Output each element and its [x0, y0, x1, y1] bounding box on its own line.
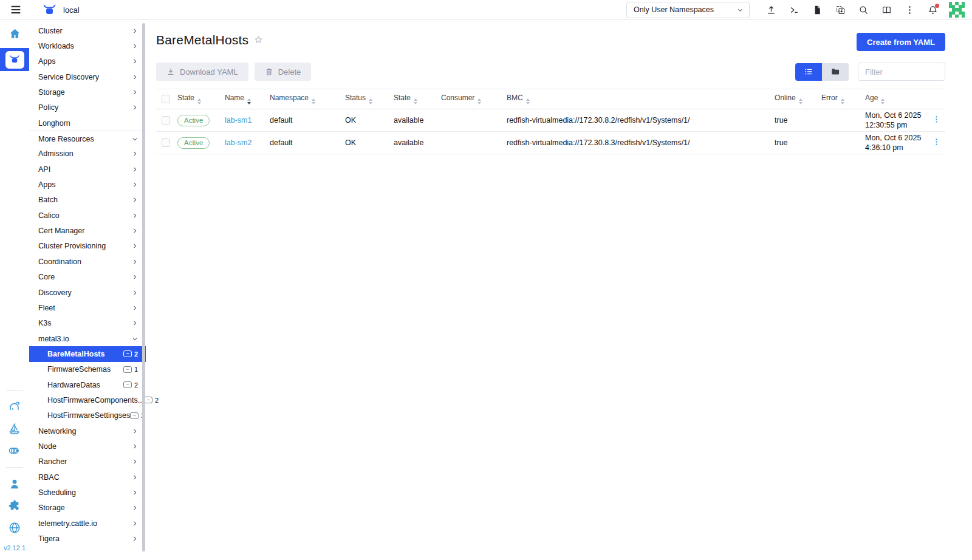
- row-checkbox[interactable]: [162, 116, 170, 125]
- sidebar-item-longhorn[interactable]: Longhorn: [29, 115, 146, 131]
- sort-carets-icon: [369, 98, 372, 104]
- sidebar-item-firmwareschemas[interactable]: FirmwareSchemas−1: [29, 362, 146, 377]
- age-cell: Mon, Oct 6 202512:30:55 pm: [862, 109, 928, 132]
- chevron-right-icon: [132, 213, 138, 219]
- download-yaml-button[interactable]: Download YAML: [156, 63, 248, 81]
- sidebar-item-coordination[interactable]: Coordination: [29, 254, 146, 269]
- sidebar-item-fleet[interactable]: Fleet: [29, 300, 146, 315]
- sidebar-item-more-resources[interactable]: More Resources: [29, 131, 146, 146]
- sidebar-item-storage[interactable]: Storage: [29, 84, 146, 100]
- sidebar-item-workloads[interactable]: Workloads: [29, 38, 146, 53]
- column-header-consumer[interactable]: Consumer: [438, 89, 504, 109]
- sidebar-item-hardwaredatas[interactable]: HardwareDatas−2: [29, 377, 146, 392]
- sidebar-item-service-discovery[interactable]: Service Discovery: [29, 69, 146, 84]
- filter-input[interactable]: [858, 63, 945, 81]
- sidebar-item-label: Cert Manager: [38, 227, 84, 235]
- column-header-name[interactable]: Name: [222, 89, 267, 109]
- resource-count-badge: −2: [123, 381, 138, 389]
- column-header-bmc[interactable]: BMC: [504, 89, 772, 109]
- sidebar-item-discovery[interactable]: Discovery: [29, 285, 146, 300]
- sidebar-item-apps[interactable]: Apps: [29, 54, 146, 69]
- sailboat-app-icon[interactable]: [8, 422, 21, 435]
- count-icon: −: [130, 412, 139, 419]
- sidebar-item-hostfirmwaresettingses[interactable]: HostFirmwareSettingses−2: [29, 408, 146, 423]
- column-header-state[interactable]: State: [391, 89, 438, 109]
- sidebar-item-rbac[interactable]: RBAC: [29, 470, 146, 485]
- hamburger-menu-icon[interactable]: [9, 3, 22, 16]
- sidebar-item-k3s[interactable]: K3s: [29, 316, 146, 331]
- namespace-filter-select[interactable]: Only User Namespaces: [626, 2, 750, 18]
- home-icon[interactable]: [9, 27, 21, 40]
- state-badge: Active: [177, 115, 210, 126]
- sidebar-item-label: Admission: [38, 149, 74, 158]
- chevron-right-icon: [132, 274, 138, 280]
- user-avatar[interactable]: [949, 2, 965, 18]
- create-from-yaml-button[interactable]: Create from YAML: [857, 33, 945, 51]
- sidebar-item-core[interactable]: Core: [29, 270, 146, 285]
- row-actions-kebab-icon[interactable]: [931, 137, 942, 146]
- notifications-bell-icon[interactable]: [921, 2, 944, 18]
- sidebar-item-baremetalhosts[interactable]: BareMetalHosts−2: [29, 346, 146, 361]
- list-icon: [804, 67, 813, 77]
- globe-icon[interactable]: [8, 521, 21, 534]
- sidebar-item-label: Apps: [38, 57, 56, 66]
- sidebar-item-metal3-io[interactable]: metal3.io: [29, 331, 146, 346]
- delete-button[interactable]: Delete: [255, 63, 312, 81]
- kebab-menu-icon[interactable]: [898, 2, 921, 18]
- coil-app-icon[interactable]: [8, 444, 21, 457]
- sidebar-item-admission[interactable]: Admission: [29, 146, 146, 162]
- file-icon[interactable]: [806, 2, 829, 18]
- sidebar-item-label: API: [38, 165, 50, 174]
- cluster-name[interactable]: local: [63, 5, 80, 15]
- search-icon[interactable]: [852, 2, 875, 18]
- longhorn-icon[interactable]: [8, 400, 21, 414]
- sidebar-item-policy[interactable]: Policy: [29, 100, 146, 115]
- chevron-right-icon: [132, 443, 138, 449]
- chevron-right-icon: [132, 305, 138, 311]
- chevron-right-icon: [132, 43, 138, 49]
- column-header-state[interactable]: State: [174, 89, 222, 109]
- sidebar-item-tigera[interactable]: Tigera: [29, 531, 146, 546]
- sidebar-nav: ClusterWorkloadsAppsService DiscoverySto…: [29, 20, 146, 560]
- sidebar-item-label: HardwareDatas: [47, 381, 100, 389]
- upload-icon[interactable]: [759, 2, 782, 18]
- column-header-online[interactable]: Online: [772, 89, 818, 109]
- sidebar-item-hostfirmwarecomponents[interactable]: HostFirmwareComponents...−2: [29, 392, 146, 408]
- cluster-local-selected-icon[interactable]: [0, 48, 29, 71]
- column-header-age[interactable]: Age: [862, 89, 928, 109]
- age-cell: Mon, Oct 6 20254:36:10 pm: [862, 132, 928, 154]
- sidebar-item-networking[interactable]: Networking: [29, 423, 146, 439]
- sidebar-item-telemetry-cattle-io[interactable]: telemetry.cattle.io: [29, 516, 146, 531]
- count-icon: −: [144, 397, 152, 403]
- sidebar-item-rancher[interactable]: Rancher: [29, 454, 146, 470]
- chevron-right-icon: [132, 58, 138, 64]
- user-icon[interactable]: [8, 477, 21, 491]
- column-header-status[interactable]: Status: [342, 89, 391, 109]
- sidebar-item-scheduling[interactable]: Scheduling: [29, 485, 146, 500]
- name-link[interactable]: lab-sm1: [225, 116, 252, 125]
- favorite-star-icon[interactable]: [254, 35, 263, 44]
- sidebar-item-node[interactable]: Node: [29, 439, 146, 454]
- import-yaml-icon[interactable]: [829, 2, 852, 18]
- sidebar-scrollbar[interactable]: [142, 23, 145, 551]
- kubectl-shell-icon[interactable]: [782, 2, 806, 18]
- sidebar-item-storage[interactable]: Storage: [29, 500, 146, 516]
- row-checkbox[interactable]: [162, 138, 170, 147]
- name-link[interactable]: lab-sm2: [225, 138, 252, 147]
- row-actions-kebab-icon[interactable]: [931, 115, 942, 124]
- group-view-button[interactable]: [822, 63, 849, 81]
- sidebar-item-calico[interactable]: Calico: [29, 208, 146, 223]
- sidebar-item-cluster[interactable]: Cluster: [29, 23, 146, 38]
- sidebar-item-cluster-provisioning[interactable]: Cluster Provisioning: [29, 239, 146, 254]
- select-all-checkbox[interactable]: [162, 95, 170, 103]
- list-view-button[interactable]: [795, 63, 822, 81]
- column-header-namespace[interactable]: Namespace: [267, 89, 342, 109]
- column-header-error[interactable]: Error: [818, 89, 862, 109]
- sidebar-item-cert-manager[interactable]: Cert Manager: [29, 223, 146, 238]
- extensions-puzzle-icon[interactable]: [8, 499, 21, 513]
- sidebar-item-batch[interactable]: Batch: [29, 193, 146, 208]
- sidebar-item-apps[interactable]: Apps: [29, 177, 146, 192]
- docs-book-icon[interactable]: [875, 2, 898, 18]
- sidebar-item-api[interactable]: API: [29, 162, 146, 177]
- namespace-filter-value: Only User Namespaces: [634, 5, 714, 14]
